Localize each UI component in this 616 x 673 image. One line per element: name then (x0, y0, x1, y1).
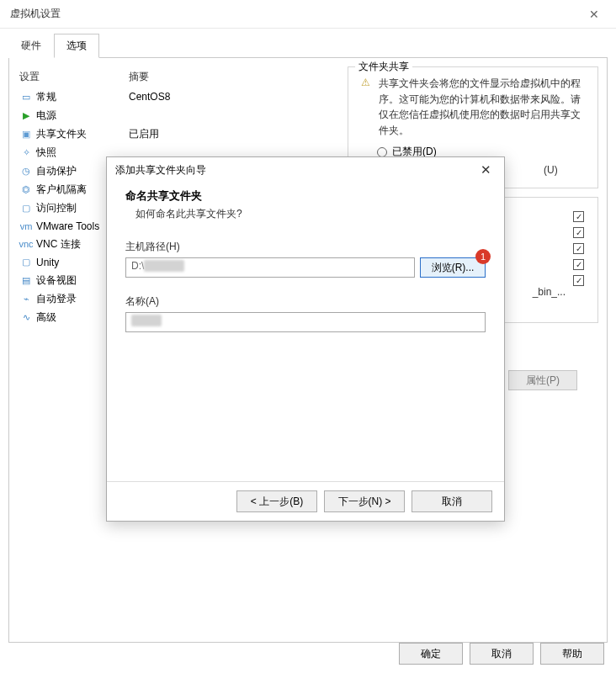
device-icon: ▤ (19, 273, 33, 287)
list-item[interactable]: ▶电源 (18, 106, 337, 125)
list-item-label: 客户机隔离 (36, 183, 87, 195)
properties-button: 属性(P) (508, 370, 577, 390)
warning-icon: ⚠ (358, 76, 372, 89)
power-icon: ▶ (19, 109, 33, 122)
list-item-label: 自动登录 (36, 293, 77, 305)
checkbox-item[interactable] (573, 259, 584, 270)
list-item-label: 访问控制 (36, 202, 77, 214)
vnc-icon: vnc (19, 237, 33, 251)
table-header: 设置 摘要 (18, 66, 337, 87)
wizard-body: 主机路径(H) D:\xxxxxxxx 浏览(R)... 1 名称(A) xxx… (107, 233, 504, 481)
wizard-footer: < 上一步(B) 下一步(N) > 取消 (107, 481, 504, 521)
list-item-label: VNC 连接 (36, 238, 81, 250)
key-icon: ⌁ (19, 292, 33, 305)
list-item-label: Unity (36, 256, 59, 268)
adv-icon: ∿ (19, 310, 33, 324)
help-button[interactable]: 帮助 (540, 643, 604, 665)
folder-sharing-legend: 文件夹共享 (355, 60, 412, 74)
warning-text: 共享文件夹会将您的文件显示给虚拟机中的程序。这可能为您的计算机和数据带来风险。请… (379, 76, 587, 138)
host-path-field: 主机路径(H) D:\xxxxxxxx 浏览(R)... 1 (125, 240, 486, 278)
next-button[interactable]: 下一步(N) > (324, 490, 405, 512)
host-path-input[interactable]: D:\xxxxxxxx (125, 257, 415, 278)
checkbox-item[interactable] (573, 275, 584, 286)
cancel-button[interactable]: 取消 (412, 490, 492, 512)
tab-hardware[interactable]: 硬件 (8, 34, 54, 58)
list-item-label: 电源 (36, 109, 56, 121)
list-item-summary: 已启用 (129, 127, 336, 141)
host-path-row: D:\xxxxxxxx 浏览(R)... 1 (125, 257, 486, 278)
window-title: 虚拟机设置 (10, 7, 582, 21)
checkbox-item[interactable] (573, 211, 584, 222)
list-item[interactable]: ▭常规CentOS8 (18, 87, 337, 106)
checkbox-item[interactable] (573, 227, 584, 238)
warning-row: ⚠ 共享文件夹会将您的文件显示给虚拟机中的程序。这可能为您的计算机和数据带来风险… (358, 76, 587, 138)
checkbox-item[interactable] (573, 243, 584, 254)
list-item-label: 自动保护 (36, 165, 77, 177)
main-cancel-button[interactable]: 取消 (470, 643, 534, 665)
dialog-footer: 确定 取消 帮助 (399, 643, 604, 665)
shield-icon: ▢ (19, 201, 33, 215)
ok-button[interactable]: 确定 (399, 643, 463, 665)
list-item-label: VMware Tools (36, 220, 99, 232)
list-item-bin-label: _bin_... (533, 286, 566, 298)
host-path-value: D:\ (131, 260, 144, 272)
list-item-label: 高级 (36, 311, 56, 323)
wizard-subheading: 如何命名此共享文件夹? (125, 207, 486, 221)
wizard-titlebar: 添加共享文件夹向导 ✕ (107, 157, 504, 183)
back-button[interactable]: < 上一步(B) (236, 490, 317, 512)
name-label: 名称(A) (125, 294, 486, 309)
tab-options[interactable]: 选项 (54, 34, 99, 58)
list-item-label: 常规 (36, 91, 56, 103)
list-item[interactable]: ▣共享文件夹已启用 (18, 125, 337, 143)
unity-icon: ▢ (19, 256, 33, 269)
list-item-label: 共享文件夹 (36, 128, 87, 140)
add-shared-folder-wizard: 添加共享文件夹向导 ✕ 命名共享文件夹 如何命名此共享文件夹? 主机路径(H) … (106, 156, 505, 522)
list-item-summary: CentOS8 (129, 91, 336, 103)
lock-icon: ⏣ (19, 183, 33, 196)
wizard-title-text: 添加共享文件夹向导 (115, 163, 206, 178)
annotation-badge-1: 1 (475, 249, 491, 264)
list-item-label: 设备视图 (36, 274, 77, 286)
checkbox-column (573, 206, 584, 291)
list-item-label: 快照 (36, 146, 56, 158)
wizard-header: 命名共享文件夹 如何命名此共享文件夹? (107, 183, 504, 233)
tabs: 硬件 选项 (8, 34, 608, 58)
monitor-icon: ▭ (19, 90, 33, 103)
folder-icon: ▣ (19, 127, 33, 140)
partial-option-suffix: (U) (544, 164, 587, 176)
camera-icon: ✧ (19, 146, 33, 159)
name-field: 名称(A) xxxxxx (125, 294, 486, 332)
wizard-close-icon[interactable]: ✕ (475, 160, 496, 180)
col-summary: 摘要 (129, 70, 336, 84)
close-icon[interactable]: ✕ (582, 3, 606, 26)
tools-icon: vm (19, 220, 33, 233)
wizard-heading: 命名共享文件夹 (125, 189, 486, 204)
titlebar: 虚拟机设置 ✕ (0, 0, 616, 29)
clock-icon: ◷ (19, 164, 33, 178)
name-input[interactable]: xxxxxx (125, 312, 486, 332)
col-setting: 设置 (19, 70, 129, 84)
host-path-label: 主机路径(H) (125, 240, 486, 254)
